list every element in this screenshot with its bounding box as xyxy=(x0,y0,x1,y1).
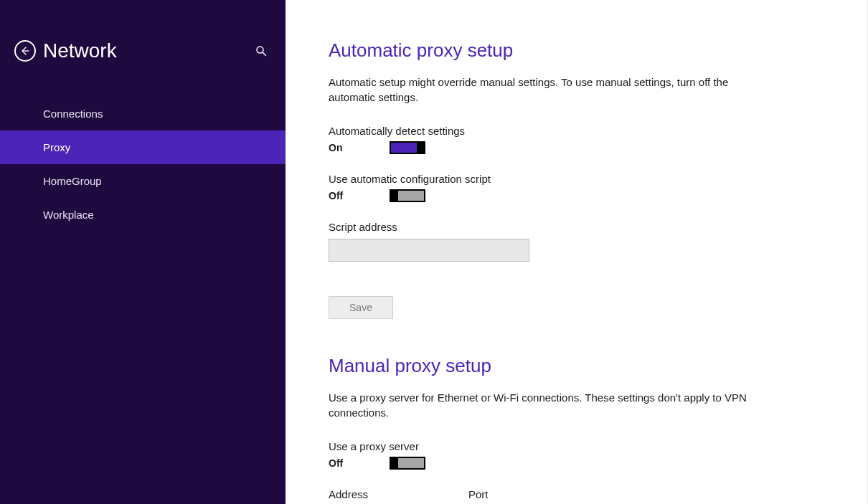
arrow-left-icon xyxy=(19,45,31,57)
page-title: Network xyxy=(43,39,117,62)
sidebar-nav: Connections Proxy HomeGroup Workplace xyxy=(0,97,286,232)
script-address-setting: Script address xyxy=(329,221,867,262)
use-proxy-toggle[interactable] xyxy=(390,457,425,470)
address-label: Address xyxy=(329,488,454,500)
svg-point-0 xyxy=(257,47,263,53)
detect-settings-label: Automatically detect settings xyxy=(329,125,867,137)
address-port-row: Address Port xyxy=(329,488,867,504)
back-button[interactable] xyxy=(14,40,36,62)
auto-script-setting: Use automatic configuration script Off xyxy=(329,173,867,202)
manual-heading: Manual proxy setup xyxy=(329,355,867,377)
main-content: Automatic proxy setup Automatic setup mi… xyxy=(286,0,868,504)
detect-settings-state: On xyxy=(329,142,390,153)
auto-script-toggle[interactable] xyxy=(390,189,425,202)
toggle-knob xyxy=(417,141,425,154)
use-proxy-setting: Use a proxy server Off xyxy=(329,440,867,470)
port-label: Port xyxy=(468,488,529,500)
manual-description: Use a proxy server for Ethernet or Wi-Fi… xyxy=(329,390,766,420)
svg-line-1 xyxy=(263,52,266,56)
sidebar-item-proxy[interactable]: Proxy xyxy=(0,130,286,164)
detect-settings-setting: Automatically detect settings On xyxy=(329,125,867,154)
save-button[interactable]: Save xyxy=(329,296,393,319)
sidebar-item-homegroup[interactable]: HomeGroup xyxy=(0,164,286,198)
detect-settings-toggle[interactable] xyxy=(390,141,425,154)
toggle-knob xyxy=(390,457,398,470)
auto-script-label: Use automatic configuration script xyxy=(329,173,867,185)
auto-description: Automatic setup might override manual se… xyxy=(329,75,766,105)
sidebar-item-workplace[interactable]: Workplace xyxy=(0,198,286,232)
use-proxy-state: Off xyxy=(329,457,390,469)
auto-heading: Automatic proxy setup xyxy=(329,39,867,62)
auto-script-state: Off xyxy=(329,190,390,201)
sidebar: Network Connections Proxy HomeGroup Work… xyxy=(0,0,286,504)
script-address-input[interactable] xyxy=(329,239,529,262)
toggle-knob xyxy=(390,189,398,202)
script-address-label: Script address xyxy=(329,221,867,233)
search-button[interactable] xyxy=(255,44,268,60)
search-icon xyxy=(255,44,268,57)
sidebar-item-connections[interactable]: Connections xyxy=(0,97,286,130)
sidebar-header: Network xyxy=(0,0,286,62)
use-proxy-label: Use a proxy server xyxy=(329,440,867,452)
